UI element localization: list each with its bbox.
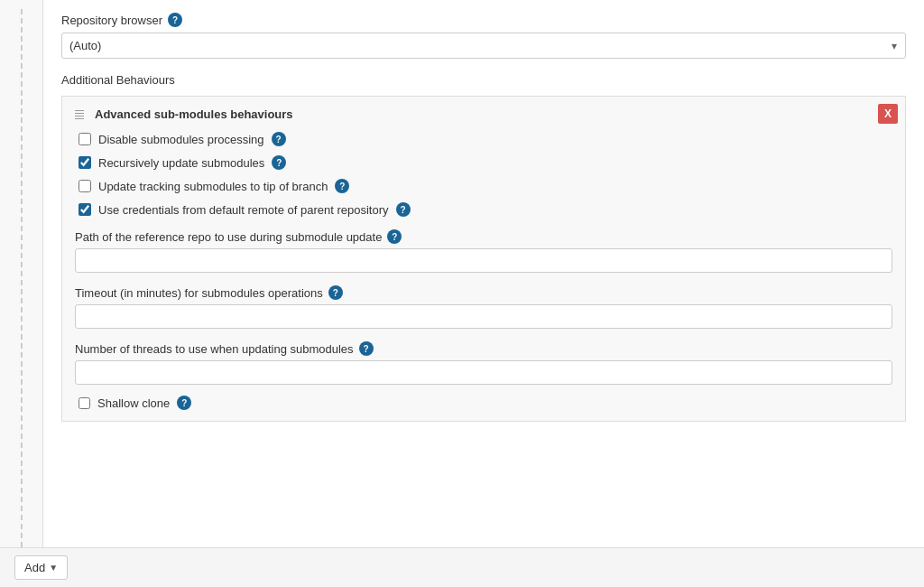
timeout-input[interactable] bbox=[75, 304, 892, 329]
dashed-line bbox=[21, 9, 23, 547]
shallow-clone-row: Shallow clone ? bbox=[75, 396, 892, 410]
shallow-clone-label[interactable]: Shallow clone bbox=[79, 396, 170, 410]
add-button-label: Add bbox=[24, 561, 45, 574]
repo-browser-select[interactable]: (Auto) githubweb gitweb cgit bbox=[61, 33, 906, 59]
threads-help-icon[interactable]: ? bbox=[359, 341, 374, 356]
reference-repo-label-row: Path of the reference repo to use during… bbox=[75, 229, 892, 244]
reference-repo-label: Path of the reference repo to use during… bbox=[75, 230, 382, 244]
threads-label-row: Number of threads to use when updating s… bbox=[75, 341, 892, 356]
timeout-help-icon[interactable]: ? bbox=[328, 285, 343, 300]
update-tracking-checkbox[interactable] bbox=[79, 180, 91, 192]
use-credentials-text: Use credentials from default remote of p… bbox=[98, 203, 389, 217]
drag-handle-icon[interactable] bbox=[75, 110, 84, 119]
content-area: Repository browser ? (Auto) githubweb gi… bbox=[43, 0, 924, 547]
recursively-update-label[interactable]: Recursively update submodules bbox=[79, 156, 264, 170]
repo-browser-help-icon[interactable]: ? bbox=[168, 13, 182, 27]
repo-browser-label: Repository browser bbox=[61, 14, 162, 27]
repo-browser-section: Repository browser ? (Auto) githubweb gi… bbox=[61, 13, 906, 59]
recursively-update-checkbox[interactable] bbox=[79, 156, 91, 169]
timeout-section: Timeout (in minutes) for submodules oper… bbox=[75, 285, 892, 329]
update-tracking-text: Update tracking submodules to tip of bra… bbox=[98, 180, 328, 193]
threads-input[interactable] bbox=[75, 360, 892, 385]
disable-submodules-text: Disable submodules processing bbox=[98, 133, 264, 146]
timeout-label-row: Timeout (in minutes) for submodules oper… bbox=[75, 285, 892, 300]
use-credentials-checkbox[interactable] bbox=[79, 203, 91, 216]
add-button[interactable]: Add ▼ bbox=[14, 555, 68, 580]
update-tracking-label[interactable]: Update tracking submodules to tip of bra… bbox=[79, 180, 328, 193]
update-tracking-row: Update tracking submodules to tip of bra… bbox=[75, 179, 892, 193]
threads-label: Number of threads to use when updating s… bbox=[75, 342, 354, 356]
additional-behaviours-label: Additional Behaviours bbox=[61, 73, 906, 87]
disable-submodules-label[interactable]: Disable submodules processing bbox=[79, 133, 264, 146]
timeout-label: Timeout (in minutes) for submodules oper… bbox=[75, 286, 323, 300]
left-gutter bbox=[0, 0, 43, 547]
main-content: Repository browser ? (Auto) githubweb gi… bbox=[0, 0, 924, 547]
reference-repo-input[interactable] bbox=[75, 248, 892, 273]
submodule-panel: X Advanced sub-modules behaviours Disabl… bbox=[61, 96, 906, 422]
shallow-clone-text: Shallow clone bbox=[97, 396, 170, 410]
page-container: Repository browser ? (Auto) githubweb gi… bbox=[0, 0, 924, 587]
reference-repo-help-icon[interactable]: ? bbox=[387, 229, 402, 244]
threads-section: Number of threads to use when updating s… bbox=[75, 341, 892, 385]
panel-title: Advanced sub-modules behaviours bbox=[75, 107, 892, 121]
update-tracking-help-icon[interactable]: ? bbox=[335, 179, 349, 193]
remove-panel-button[interactable]: X bbox=[878, 104, 898, 124]
use-credentials-label[interactable]: Use credentials from default remote of p… bbox=[79, 203, 389, 217]
repo-browser-label-row: Repository browser ? bbox=[61, 13, 906, 27]
panel-title-text: Advanced sub-modules behaviours bbox=[95, 107, 293, 121]
shallow-clone-checkbox[interactable] bbox=[79, 397, 90, 409]
disable-submodules-checkbox[interactable] bbox=[79, 133, 91, 145]
add-button-arrow-icon: ▼ bbox=[49, 563, 58, 573]
recursively-update-help-icon[interactable]: ? bbox=[272, 155, 286, 170]
reference-repo-section: Path of the reference repo to use during… bbox=[75, 229, 892, 273]
disable-submodules-help-icon[interactable]: ? bbox=[272, 132, 286, 146]
shallow-clone-help-icon[interactable]: ? bbox=[177, 396, 191, 410]
use-credentials-help-icon[interactable]: ? bbox=[396, 202, 411, 217]
repo-browser-select-wrapper: (Auto) githubweb gitweb cgit ▾ bbox=[61, 33, 906, 59]
disable-submodules-row: Disable submodules processing ? bbox=[75, 132, 892, 146]
use-credentials-row: Use credentials from default remote of p… bbox=[75, 202, 892, 217]
bottom-toolbar: Add ▼ bbox=[0, 547, 924, 587]
recursively-update-text: Recursively update submodules bbox=[98, 156, 264, 170]
recursively-update-row: Recursively update submodules ? bbox=[75, 155, 892, 170]
